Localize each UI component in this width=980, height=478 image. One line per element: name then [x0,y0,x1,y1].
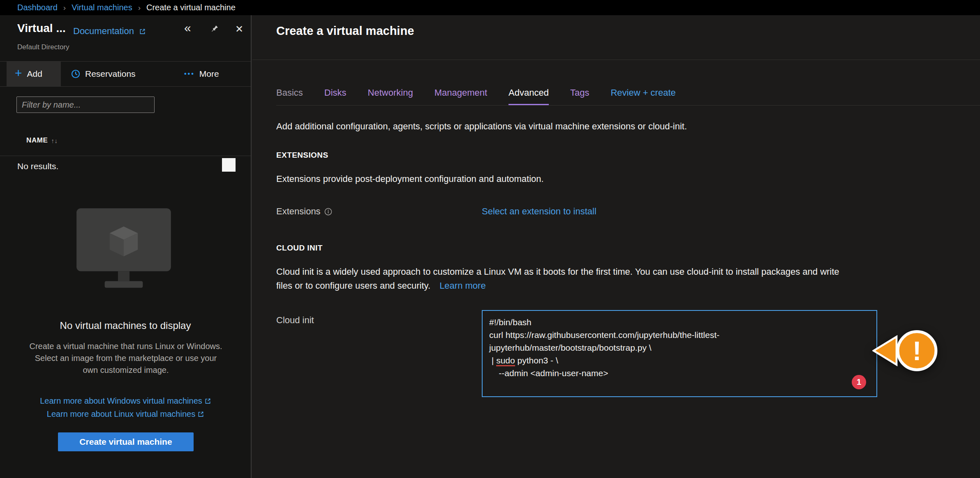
breadcrumb-virtual-machines[interactable]: Virtual machines [72,3,132,12]
breadcrumb: Dashboard › Virtual machines › Create a … [0,0,980,15]
sort-icon: ↑↓ [51,137,58,144]
close-icon[interactable]: ✕ [235,23,243,35]
external-link-icon [139,28,146,34]
tab-advanced[interactable]: Advanced [508,84,549,105]
header-divider [252,60,980,60]
filter-input[interactable] [16,97,155,113]
code-line: jupyterhub/master/bootstrap/bootstrap.py… [489,341,870,354]
empty-state-description: Create a virtual machine that runs Linux… [27,340,224,376]
reservations-button[interactable]: Reservations [67,62,140,86]
create-vm-button[interactable]: Create virtual machine [58,432,194,451]
name-column-header[interactable]: NAME ↑↓ [26,136,58,145]
tab-bar: Basics Disks Networking Management Advan… [276,84,980,106]
external-link-icon [205,398,211,404]
virtual-machines-panel: Virtual ... Documentation « ✕ Default Di… [0,15,252,478]
tab-management[interactable]: Management [435,84,487,105]
code-line: | sudo python3 - \ [489,354,870,367]
panel-title: Virtual ... [17,22,66,35]
more-label: More [199,69,219,79]
name-header-label: NAME [26,136,48,145]
vm-empty-illustration [70,205,178,294]
annotation-pointer-icon: ! [872,324,949,377]
tab-networking[interactable]: Networking [368,84,413,105]
ellipsis-icon: ••• [184,70,195,78]
tab-review-create[interactable]: Review + create [610,84,675,105]
breadcrumb-separator: › [138,3,141,12]
step-number-badge: 1 [852,375,866,389]
cloud-init-field-label: Cloud init [276,315,314,326]
page-title: Create a virtual machine [276,24,414,38]
cloud-init-description-text: Cloud init is a widely used approach to … [276,267,839,291]
no-results-text: No results. [17,161,58,171]
code-line: --admin <admin-user-name> [489,367,870,379]
collapse-panel-icon[interactable]: « [184,21,191,35]
tab-basics[interactable]: Basics [276,84,303,105]
external-link-icon [198,411,204,417]
select-extension-link[interactable]: Select an extension to install [482,206,596,217]
code-line: #!/bin/bash [489,316,870,329]
more-button[interactable]: ••• More [184,62,219,86]
empty-state-title: No virtual machines to display [0,320,251,331]
extensions-row: Extensions Select an extension to instal… [276,205,811,218]
scrollbar-thumb[interactable] [222,158,236,172]
learn-more-link[interactable]: Learn more [439,280,486,291]
learn-linux-link[interactable]: Learn more about Linux virtual machines [0,409,251,419]
command-bar: + Add Reservations ••• More [0,61,251,87]
clock-icon [71,69,81,79]
extensions-field-label: Extensions [276,206,321,217]
learn-windows-label: Learn more about Windows virtual machine… [40,396,202,405]
info-icon[interactable] [324,208,332,216]
cloud-init-description: Cloud init is a widely used approach to … [276,265,856,293]
learn-windows-link[interactable]: Learn more about Windows virtual machine… [0,396,251,406]
directory-label: Default Directory [17,43,69,51]
reservations-label: Reservations [85,69,136,79]
documentation-label: Documentation [73,26,134,37]
add-label: Add [27,69,42,79]
breadcrumb-dashboard[interactable]: Dashboard [17,3,58,12]
svg-text:!: ! [913,336,922,366]
breadcrumb-current: Create a virtual machine [146,3,236,12]
breadcrumb-separator: › [63,3,66,12]
add-button[interactable]: + Add [7,62,61,86]
tab-tags[interactable]: Tags [570,84,589,105]
extensions-heading: EXTENSIONS [276,151,328,160]
plus-icon: + [15,66,22,80]
documentation-link[interactable]: Documentation [73,26,146,37]
list-divider [0,156,251,156]
cloud-init-heading: CLOUD INIT [276,244,323,253]
code-line: curl https://raw.githubusercontent.com/j… [489,329,870,341]
extensions-description: Extensions provide post-deployment confi… [276,174,544,184]
create-vm-blade: Create a virtual machine Basics Disks Ne… [252,15,980,478]
advanced-intro-text: Add additional configuration, agents, sc… [276,121,687,132]
learn-linux-label: Learn more about Linux virtual machines [47,409,195,418]
misspelled-word: sudo [496,356,515,366]
tab-disks[interactable]: Disks [324,84,347,105]
pin-icon[interactable] [210,24,219,34]
cloud-init-textarea[interactable]: #!/bin/bash curl https://raw.githubuserc… [482,310,877,397]
